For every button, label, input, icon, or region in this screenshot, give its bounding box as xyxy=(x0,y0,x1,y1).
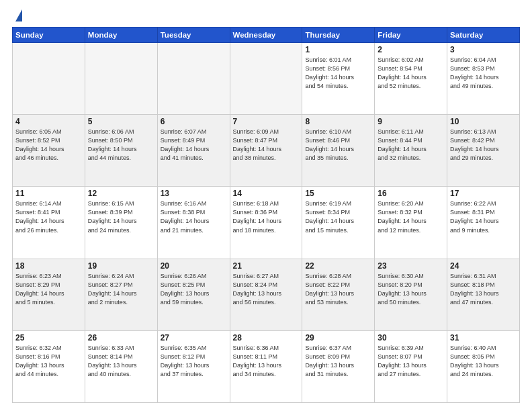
day-number: 27 xyxy=(161,333,227,342)
calendar-header-row: SundayMondayTuesdayWednesdayThursdayFrid… xyxy=(13,28,520,43)
day-number: 13 xyxy=(161,189,227,198)
weekday-header-wednesday: Wednesday xyxy=(230,28,302,43)
calendar-cell: 30Sunrise: 6:39 AM Sunset: 8:07 PM Dayli… xyxy=(375,330,447,402)
day-info: Sunrise: 6:11 AM Sunset: 8:44 PM Dayligh… xyxy=(378,128,444,163)
day-info: Sunrise: 6:13 AM Sunset: 8:42 PM Dayligh… xyxy=(450,128,517,163)
day-info: Sunrise: 6:02 AM Sunset: 8:54 PM Dayligh… xyxy=(378,56,444,91)
day-number: 17 xyxy=(450,189,517,198)
day-number: 5 xyxy=(88,117,154,126)
day-number: 12 xyxy=(88,189,154,198)
weekday-header-friday: Friday xyxy=(375,28,447,43)
page: SundayMondayTuesdayWednesdayThursdayFrid… xyxy=(0,0,532,411)
calendar-cell: 14Sunrise: 6:18 AM Sunset: 8:36 PM Dayli… xyxy=(230,187,302,259)
calendar-cell: 8Sunrise: 6:10 AM Sunset: 8:46 PM Daylig… xyxy=(302,115,375,187)
calendar-cell: 24Sunrise: 6:31 AM Sunset: 8:18 PM Dayli… xyxy=(447,259,520,330)
calendar-cell: 18Sunrise: 6:23 AM Sunset: 8:29 PM Dayli… xyxy=(13,259,85,330)
day-number: 31 xyxy=(450,333,517,342)
day-info: Sunrise: 6:39 AM Sunset: 8:07 PM Dayligh… xyxy=(378,344,444,379)
day-info: Sunrise: 6:15 AM Sunset: 8:39 PM Dayligh… xyxy=(88,199,154,234)
logo-triangle-icon xyxy=(15,9,22,21)
day-info: Sunrise: 6:28 AM Sunset: 8:22 PM Dayligh… xyxy=(305,272,371,307)
weekday-header-sunday: Sunday xyxy=(13,28,85,43)
day-info: Sunrise: 6:16 AM Sunset: 8:38 PM Dayligh… xyxy=(161,199,227,234)
calendar-week-3: 11Sunrise: 6:14 AM Sunset: 8:41 PM Dayli… xyxy=(13,187,520,259)
day-info: Sunrise: 6:32 AM Sunset: 8:16 PM Dayligh… xyxy=(15,344,82,379)
weekday-header-monday: Monday xyxy=(85,28,157,43)
calendar-cell: 28Sunrise: 6:36 AM Sunset: 8:11 PM Dayli… xyxy=(230,330,302,402)
day-number: 3 xyxy=(450,45,517,54)
day-number: 24 xyxy=(450,261,517,271)
day-number: 28 xyxy=(233,333,300,342)
calendar-cell: 15Sunrise: 6:19 AM Sunset: 8:34 PM Dayli… xyxy=(302,187,375,259)
day-info: Sunrise: 6:37 AM Sunset: 8:09 PM Dayligh… xyxy=(305,344,371,379)
header xyxy=(12,11,520,21)
calendar-cell: 11Sunrise: 6:14 AM Sunset: 8:41 PM Dayli… xyxy=(13,187,85,259)
calendar-cell: 4Sunrise: 6:05 AM Sunset: 8:52 PM Daylig… xyxy=(13,115,85,187)
day-number: 19 xyxy=(88,261,154,271)
calendar-week-4: 18Sunrise: 6:23 AM Sunset: 8:29 PM Dayli… xyxy=(13,259,520,330)
calendar-week-2: 4Sunrise: 6:05 AM Sunset: 8:52 PM Daylig… xyxy=(13,115,520,187)
day-info: Sunrise: 6:40 AM Sunset: 8:05 PM Dayligh… xyxy=(450,344,517,379)
calendar-cell: 13Sunrise: 6:16 AM Sunset: 8:38 PM Dayli… xyxy=(157,187,230,259)
day-info: Sunrise: 6:07 AM Sunset: 8:49 PM Dayligh… xyxy=(161,128,227,163)
day-number: 1 xyxy=(305,45,371,54)
weekday-header-saturday: Saturday xyxy=(447,28,520,43)
calendar-cell xyxy=(157,43,230,115)
day-info: Sunrise: 6:24 AM Sunset: 8:27 PM Dayligh… xyxy=(88,272,154,307)
calendar-cell: 5Sunrise: 6:06 AM Sunset: 8:50 PM Daylig… xyxy=(85,115,157,187)
day-info: Sunrise: 6:27 AM Sunset: 8:24 PM Dayligh… xyxy=(233,272,300,307)
calendar-cell: 12Sunrise: 6:15 AM Sunset: 8:39 PM Dayli… xyxy=(85,187,157,259)
calendar-cell: 20Sunrise: 6:26 AM Sunset: 8:25 PM Dayli… xyxy=(157,259,230,330)
day-number: 9 xyxy=(378,117,444,126)
day-number: 7 xyxy=(233,117,300,126)
calendar-cell: 1Sunrise: 6:01 AM Sunset: 8:56 PM Daylig… xyxy=(302,43,375,115)
day-info: Sunrise: 6:31 AM Sunset: 8:18 PM Dayligh… xyxy=(450,272,517,307)
calendar-cell: 17Sunrise: 6:22 AM Sunset: 8:31 PM Dayli… xyxy=(447,187,520,259)
calendar-cell: 26Sunrise: 6:33 AM Sunset: 8:14 PM Dayli… xyxy=(85,330,157,402)
day-info: Sunrise: 6:01 AM Sunset: 8:56 PM Dayligh… xyxy=(305,56,371,91)
day-number: 22 xyxy=(305,261,371,271)
day-info: Sunrise: 6:22 AM Sunset: 8:31 PM Dayligh… xyxy=(450,199,517,234)
day-info: Sunrise: 6:18 AM Sunset: 8:36 PM Dayligh… xyxy=(233,199,300,234)
calendar-week-5: 25Sunrise: 6:32 AM Sunset: 8:16 PM Dayli… xyxy=(13,330,520,402)
calendar-cell: 2Sunrise: 6:02 AM Sunset: 8:54 PM Daylig… xyxy=(375,43,447,115)
calendar-cell: 9Sunrise: 6:11 AM Sunset: 8:44 PM Daylig… xyxy=(375,115,447,187)
day-number: 21 xyxy=(233,261,300,271)
day-number: 30 xyxy=(378,333,444,342)
logo xyxy=(12,11,22,21)
day-info: Sunrise: 6:14 AM Sunset: 8:41 PM Dayligh… xyxy=(15,199,82,234)
day-info: Sunrise: 6:23 AM Sunset: 8:29 PM Dayligh… xyxy=(15,272,82,307)
day-info: Sunrise: 6:05 AM Sunset: 8:52 PM Dayligh… xyxy=(15,128,82,163)
day-number: 16 xyxy=(378,189,444,198)
calendar-cell xyxy=(85,43,157,115)
day-number: 8 xyxy=(305,117,371,126)
day-number: 29 xyxy=(305,333,371,342)
day-info: Sunrise: 6:30 AM Sunset: 8:20 PM Dayligh… xyxy=(378,272,444,307)
calendar-cell: 29Sunrise: 6:37 AM Sunset: 8:09 PM Dayli… xyxy=(302,330,375,402)
weekday-header-tuesday: Tuesday xyxy=(157,28,230,43)
calendar-cell: 19Sunrise: 6:24 AM Sunset: 8:27 PM Dayli… xyxy=(85,259,157,330)
day-number: 6 xyxy=(161,117,227,126)
day-info: Sunrise: 6:33 AM Sunset: 8:14 PM Dayligh… xyxy=(88,344,154,379)
calendar-table: SundayMondayTuesdayWednesdayThursdayFrid… xyxy=(12,27,520,403)
day-number: 15 xyxy=(305,189,371,198)
day-number: 20 xyxy=(161,261,227,271)
calendar-cell xyxy=(230,43,302,115)
weekday-header-thursday: Thursday xyxy=(302,28,375,43)
calendar-week-1: 1Sunrise: 6:01 AM Sunset: 8:56 PM Daylig… xyxy=(13,43,520,115)
calendar-cell: 6Sunrise: 6:07 AM Sunset: 8:49 PM Daylig… xyxy=(157,115,230,187)
day-number: 2 xyxy=(378,45,444,54)
day-info: Sunrise: 6:19 AM Sunset: 8:34 PM Dayligh… xyxy=(305,199,371,234)
day-number: 14 xyxy=(233,189,300,198)
calendar-cell: 16Sunrise: 6:20 AM Sunset: 8:32 PM Dayli… xyxy=(375,187,447,259)
day-number: 11 xyxy=(15,189,82,198)
day-number: 25 xyxy=(15,333,82,342)
day-number: 23 xyxy=(378,261,444,271)
day-number: 4 xyxy=(15,117,82,126)
calendar-cell xyxy=(13,43,85,115)
day-info: Sunrise: 6:06 AM Sunset: 8:50 PM Dayligh… xyxy=(88,128,154,163)
calendar-cell: 7Sunrise: 6:09 AM Sunset: 8:47 PM Daylig… xyxy=(230,115,302,187)
day-info: Sunrise: 6:35 AM Sunset: 8:12 PM Dayligh… xyxy=(161,344,227,379)
day-info: Sunrise: 6:20 AM Sunset: 8:32 PM Dayligh… xyxy=(378,199,444,234)
day-number: 10 xyxy=(450,117,517,126)
